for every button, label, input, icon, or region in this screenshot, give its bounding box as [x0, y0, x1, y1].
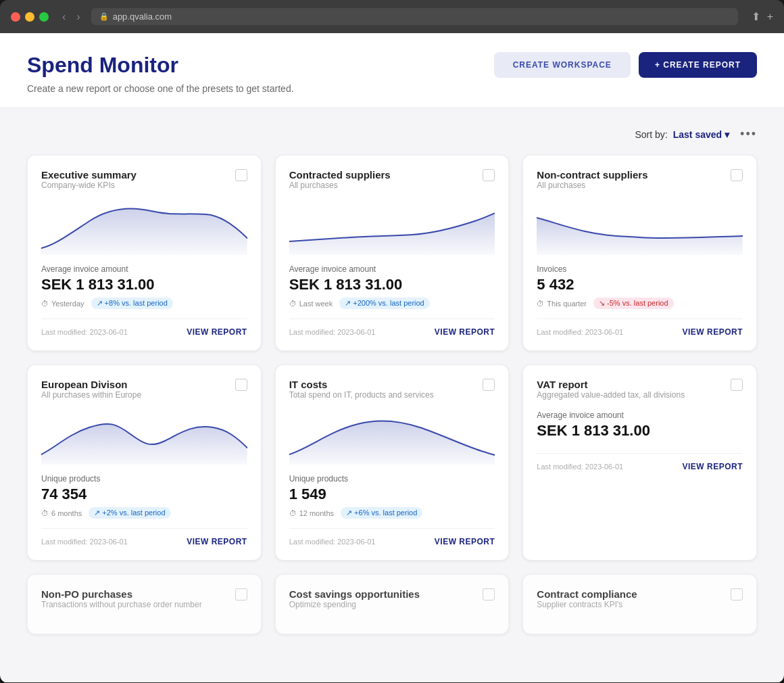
clock-icon: ⏱ — [289, 509, 297, 517]
more-options-button[interactable]: ••• — [740, 127, 757, 141]
card-checkbox[interactable] — [731, 588, 743, 600]
close-button[interactable] — [11, 12, 20, 22]
metric-meta: ⏱Last week ↗ +200% vs. last period — [289, 298, 495, 309]
lock-icon: 🔒 — [99, 12, 109, 21]
report-card-it-costs: IT costs Total spend on IT, products and… — [275, 364, 510, 561]
create-workspace-button[interactable]: CREATE WORKSPACE — [494, 52, 631, 78]
view-report-button[interactable]: VIEW REPORT — [187, 537, 247, 546]
card-checkbox[interactable] — [235, 379, 247, 391]
card-header: Contracted suppliers All purchases — [289, 169, 495, 198]
chart-area — [289, 201, 495, 255]
card-title: Executive summary — [41, 169, 137, 181]
app-content: Spend Monitor CREATE WORKSPACE + CREATE … — [0, 33, 784, 682]
last-modified: Last modified: 2023-06-01 — [41, 538, 128, 546]
create-report-button[interactable]: + CREATE REPORT — [639, 52, 757, 78]
card-title: VAT report — [537, 379, 685, 390]
card-footer: Last modified: 2023-06-01 VIEW REPORT — [41, 319, 247, 337]
card-title: Non-contract suppliers — [537, 169, 647, 181]
browser-window: ‹ › 🔒 app.qvalia.com ⬆ + Spend Monitor C… — [0, 0, 784, 683]
card-checkbox[interactable] — [731, 379, 743, 391]
card-header: Non-PO purchases Transactions without pu… — [41, 588, 247, 617]
card-checkbox[interactable] — [483, 169, 495, 181]
time-badge: ⏱Last week — [289, 300, 333, 308]
report-card-contracted-suppliers: Contracted suppliers All purchases Avera… — [275, 155, 510, 351]
metric-label: Average invoice amount — [289, 264, 495, 274]
card-checkbox[interactable] — [235, 588, 247, 600]
card-footer: Last modified: 2023-06-01 VIEW REPORT — [537, 453, 743, 471]
card-subtitle: Transactions without purchase order numb… — [41, 600, 202, 609]
time-badge: ⏱Yesterday — [41, 300, 84, 308]
view-report-button[interactable]: VIEW REPORT — [187, 327, 247, 337]
clock-icon: ⏱ — [41, 300, 49, 308]
card-header: IT costs Total spend on IT, products and… — [289, 379, 495, 408]
page-subtitle: Create a new report or choose one of the… — [27, 83, 757, 94]
forward-button[interactable]: › — [74, 9, 82, 24]
metric-meta: ⏱6 months ↗ +2% vs. last period — [41, 507, 247, 519]
card-title: IT costs — [289, 379, 434, 390]
time-badge: ⏱6 months — [41, 509, 82, 517]
sort-bar: Sort by: Last saved ▾ ••• — [27, 122, 757, 141]
metric-label: Invoices — [537, 264, 743, 274]
card-header: Executive summary Company-wide KPIs — [41, 169, 247, 198]
card-subtitle: All purchases — [537, 181, 647, 190]
report-card-vat-report: VAT report Aggregated value-added tax, a… — [522, 364, 757, 561]
trend-badge: ↗ +200% vs. last period — [339, 298, 430, 309]
card-header: Contract compliance Supplier contracts K… — [537, 588, 743, 617]
last-modified: Last modified: 2023-06-01 — [537, 463, 623, 471]
card-subtitle: Company-wide KPIs — [41, 181, 137, 190]
address-bar[interactable]: 🔒 app.qvalia.com — [91, 8, 738, 25]
card-checkbox[interactable] — [235, 169, 247, 181]
report-card-cost-savings: Cost savings opportunities Optimize spen… — [275, 574, 510, 634]
report-card-contract-compliance: Contract compliance Supplier contracts K… — [522, 574, 757, 634]
card-subtitle: All purchases — [289, 181, 391, 190]
card-title: European Divison — [41, 379, 141, 390]
trend-badge: ↗ +8% vs. last period — [91, 298, 173, 309]
metric-meta: ⏱This quarter ↘ -5% vs. last period — [537, 298, 743, 309]
clock-icon: ⏱ — [537, 300, 544, 308]
card-checkbox[interactable] — [483, 379, 495, 391]
maximize-button[interactable] — [39, 12, 49, 22]
page-title: Spend Monitor — [27, 53, 178, 78]
sort-value[interactable]: Last saved ▾ — [673, 129, 729, 140]
view-report-button[interactable]: VIEW REPORT — [682, 462, 743, 471]
url-text: app.qvalia.com — [113, 11, 172, 22]
metric-label: Unique products — [289, 474, 495, 484]
metric-value: SEK 1 813 31.00 — [289, 276, 495, 293]
report-card-non-contract-suppliers: Non-contract suppliers All purchases Inv… — [522, 155, 757, 351]
card-header: Cost savings opportunities Optimize spen… — [289, 588, 495, 617]
trend-badge: ↗ +2% vs. last period — [89, 507, 170, 519]
trend-badge: ↗ +6% vs. last period — [341, 507, 422, 519]
card-footer: Last modified: 2023-06-01 VIEW REPORT — [537, 319, 743, 337]
main-content: Sort by: Last saved ▾ ••• Executive summ… — [0, 108, 784, 661]
card-title: Cost savings opportunities — [289, 588, 420, 600]
card-title: Non-PO purchases — [41, 588, 202, 600]
card-checkbox[interactable] — [731, 169, 743, 181]
minimize-button[interactable] — [25, 12, 34, 22]
clock-icon: ⏱ — [41, 509, 49, 517]
report-card-executive-summary: Executive summary Company-wide KPIs Aver… — [27, 155, 262, 351]
card-checkbox[interactable] — [483, 588, 495, 600]
browser-nav: ‹ › — [59, 9, 83, 24]
sort-by-label: Sort by: — [635, 129, 667, 140]
view-report-button[interactable]: VIEW REPORT — [682, 327, 743, 337]
chart-area — [41, 410, 247, 465]
chart-area — [289, 410, 495, 465]
time-badge: ⏱This quarter — [537, 300, 587, 308]
metric-value: 74 354 — [41, 486, 247, 503]
metric-label: Average invoice amount — [41, 264, 247, 274]
card-footer: Last modified: 2023-06-01 VIEW REPORT — [41, 528, 247, 546]
card-subtitle: Aggregated value-added tax, all division… — [537, 390, 685, 400]
card-footer: Last modified: 2023-06-01 VIEW REPORT — [289, 528, 495, 546]
card-subtitle: All purchases within Europe — [41, 390, 141, 400]
metric-meta: ⏱Yesterday ↗ +8% vs. last period — [41, 298, 247, 309]
last-modified: Last modified: 2023-06-01 — [537, 328, 623, 336]
view-report-button[interactable]: VIEW REPORT — [435, 327, 495, 337]
card-subtitle: Supplier contracts KPI's — [537, 600, 637, 609]
new-tab-button[interactable]: + — [767, 10, 773, 23]
report-card-european-division: European Divison All purchases within Eu… — [27, 364, 262, 561]
chart-area — [41, 201, 247, 255]
share-button[interactable]: ⬆ — [752, 10, 760, 23]
back-button[interactable]: ‹ — [59, 9, 68, 24]
view-report-button[interactable]: VIEW REPORT — [435, 537, 495, 546]
card-header: Non-contract suppliers All purchases — [537, 169, 743, 198]
